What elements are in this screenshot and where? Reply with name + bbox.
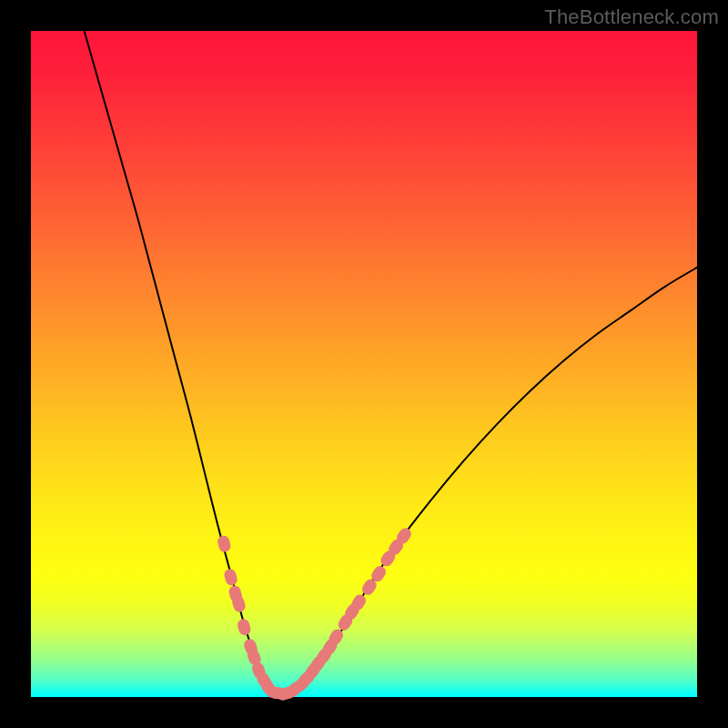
curve-marker	[236, 618, 252, 637]
bottleneck-curve-line	[85, 31, 697, 694]
watermark-text: TheBottleneck.com	[544, 5, 719, 29]
svg-rect-4	[236, 618, 252, 637]
curve-marker	[217, 534, 232, 553]
chart-frame: TheBottleneck.com	[0, 0, 728, 728]
svg-rect-1	[223, 568, 238, 587]
curve-marker	[223, 568, 238, 587]
curve-markers-group	[217, 526, 414, 703]
plot-area	[31, 31, 697, 697]
svg-rect-0	[217, 534, 232, 553]
chart-svg	[31, 31, 697, 697]
